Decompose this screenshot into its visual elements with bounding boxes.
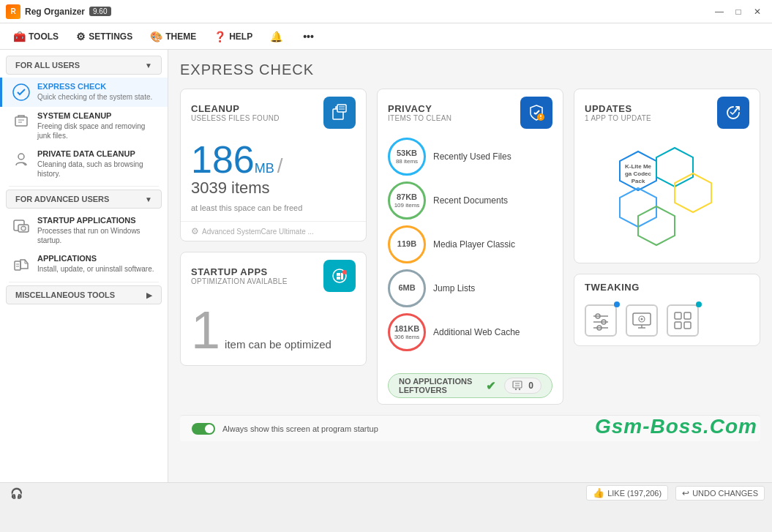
tweak-sliders-icon — [585, 304, 617, 337]
maximize-button[interactable]: □ — [730, 4, 747, 19]
startup-card-body: 1 item can be optimized — [181, 298, 366, 365]
svg-rect-27 — [513, 381, 522, 388]
page-title: EXPRESS CHECK — [180, 61, 760, 78]
svg-point-21 — [342, 270, 347, 274]
tweak-apps-container — [667, 304, 699, 337]
headphone-icon: 🎧 — [10, 487, 23, 499]
titlebar-left: R Reg Organizer 9.60 — [6, 4, 111, 19]
privacy-circle-2: 87KB 109 items — [388, 181, 426, 220]
misc-tools-header[interactable]: MISCELLANEOUS TOOLS ▶ — [6, 285, 162, 304]
privacy-row-web-cache: 181KB 306 items Additional Web Cache — [388, 313, 552, 351]
cart-icon — [512, 381, 524, 391]
startup-icon — [11, 216, 31, 236]
chevron-down-icon-2: ▼ — [145, 195, 152, 203]
watermark: Gsm-Boss.Com — [595, 415, 757, 438]
privacy-amount-1: 53KB — [397, 149, 417, 158]
updates-card-header: UPDATES 1 APP TO UPDATE — [574, 89, 760, 135]
privacy-label-5: Additional Web Cache — [433, 327, 520, 337]
privacy-circle-3: 119B — [388, 225, 426, 263]
hexagons-svg: K-Lite Me ga Codec Pack — [598, 141, 737, 254]
privacy-row-jump-lists: 6MB Jump Lists — [388, 269, 552, 307]
menu-tools-label: TOOLS — [29, 31, 59, 42]
startup-card: STARTUP APPS OPTIMIZATION AVAILABLE — [180, 252, 367, 366]
undo-button[interactable]: ↩ UNDO CHANGES — [675, 486, 765, 501]
cleanup-card-subtitle: USELESS FILES FOUND — [191, 114, 280, 122]
tweaking-title-group: TWEAKING — [585, 282, 640, 293]
sidebar-item-private-data[interactable]: PRIVATE DATA CLEANUP Cleaning data, such… — [0, 145, 168, 183]
privacy-label-1: Recently Used Files — [433, 151, 511, 162]
startup-card-title: STARTUP APPS — [191, 266, 288, 277]
sidebar-item-startup[interactable]: STARTUP APPLICATIONS Processes that run … — [0, 211, 168, 250]
startup-text: item can be optimized — [225, 338, 331, 351]
privacy-row-media-player: 119B Media Player Classic — [388, 225, 552, 263]
svg-rect-10 — [15, 261, 20, 270]
svg-rect-55 — [684, 322, 691, 329]
updates-card-title: UPDATES — [585, 103, 651, 114]
startup-title-group: STARTUP APPS OPTIMIZATION AVAILABLE — [191, 266, 288, 285]
system-cleanup-desc: Freeing disk space and removing junk fil… — [37, 121, 159, 141]
like-button[interactable]: 👍 LIKE (197,206) — [586, 485, 668, 501]
menu-theme[interactable]: 🎨 THEME — [143, 28, 203, 45]
titlebar-controls: — □ ✕ — [711, 4, 766, 19]
privacy-count-2: 109 items — [394, 202, 420, 209]
cleanup-number: 186 — [191, 141, 255, 179]
app-title: Reg Organizer — [25, 7, 85, 17]
minimize-button[interactable]: — — [711, 4, 728, 19]
updates-icon-box — [717, 97, 749, 129]
tweak-dot-2 — [696, 301, 702, 307]
more-icon: ••• — [303, 31, 314, 42]
always-show-toggle[interactable] — [192, 423, 215, 435]
menu-settings-label: SETTINGS — [89, 31, 132, 42]
menu-notifications[interactable]: 🔔 — [263, 28, 290, 45]
svg-text:ga Codec: ga Codec — [624, 171, 651, 177]
settings-icon: ⚙ — [76, 31, 86, 42]
svg-rect-14 — [337, 105, 346, 112]
close-button[interactable]: ✕ — [749, 4, 766, 19]
svg-point-29 — [519, 389, 520, 390]
sidebar-item-express-check[interactable]: EXPRESS CHECK Quick checking of the syst… — [0, 78, 168, 107]
privacy-card: PRIVACY ITEMS TO CLEAN — [377, 89, 563, 405]
sidebar: FOR ALL USERS ▼ EXPRESS CHECK Quick chec… — [0, 50, 168, 482]
privacy-count-5: 306 items — [394, 334, 420, 341]
express-check-desc: Quick checking of the system state. — [37, 92, 159, 102]
startup-title: STARTUP APPLICATIONS — [37, 216, 159, 225]
sidebar-divider-2 — [9, 282, 159, 282]
cleanup-desc: at least this space can be freed — [191, 203, 356, 212]
svg-text:K-Lite Me: K-Lite Me — [625, 163, 652, 170]
misc-tools-label: MISCELLANEOUS TOOLS — [15, 291, 115, 299]
privacy-row-recent-docs: 87KB 109 items Recent Documents — [388, 181, 552, 220]
system-cleanup-icon — [11, 111, 31, 132]
svg-marker-35 — [675, 173, 711, 212]
cleanup-slash: / — [277, 154, 283, 178]
for-advanced-users-header[interactable]: FOR ADVANCED USERS ▼ — [6, 190, 162, 209]
sidebar-item-applications[interactable]: APPLICATIONS Install, update, or uninsta… — [0, 250, 168, 279]
privacy-icon-box — [520, 97, 552, 129]
menu-help-label: HELP — [229, 31, 252, 42]
toggle-knob — [205, 424, 214, 433]
menu-theme-label: THEME — [165, 31, 196, 42]
menu-tools[interactable]: 🧰 TOOLS — [6, 28, 66, 45]
svg-rect-54 — [675, 322, 681, 329]
updates-title-group: UPDATES 1 APP TO UPDATE — [585, 103, 651, 122]
tweaking-card: TWEAKING — [574, 274, 760, 346]
hex-group: K-Lite Me ga Codec Pack — [598, 141, 737, 254]
sidebar-item-system-cleanup[interactable]: SYSTEM CLEANUP Freeing disk space and re… — [0, 107, 168, 145]
menu-settings[interactable]: ⚙ SETTINGS — [69, 28, 140, 45]
privacy-label-2: Recent Documents — [433, 195, 508, 206]
for-all-users-header[interactable]: FOR ALL USERS ▼ — [6, 56, 162, 75]
cards-grid: CLEANUP USELESS FILES FOUND — [180, 89, 760, 405]
for-advanced-users-label: FOR ADVANCED USERS — [15, 195, 109, 203]
tweak-monitor-icon — [626, 304, 658, 337]
menu-help[interactable]: ❓ HELP — [206, 28, 260, 45]
privacy-amount-4: 6MB — [398, 283, 415, 293]
tweaking-card-header: TWEAKING — [574, 274, 760, 299]
advanced-icon: ⚙ — [191, 226, 199, 236]
menu-more[interactable]: ••• — [296, 28, 321, 45]
private-data-icon — [11, 149, 31, 170]
privacy-amount-2: 87KB — [397, 192, 417, 202]
tweak-apps-icon — [667, 304, 699, 337]
undo-icon: ↩ — [682, 488, 689, 498]
svg-rect-20 — [341, 273, 343, 280]
bell-icon: 🔔 — [270, 31, 282, 42]
leftovers-bar[interactable]: NO APPLICATIONS LEFTOVERS ✔ 0 — [388, 373, 552, 398]
